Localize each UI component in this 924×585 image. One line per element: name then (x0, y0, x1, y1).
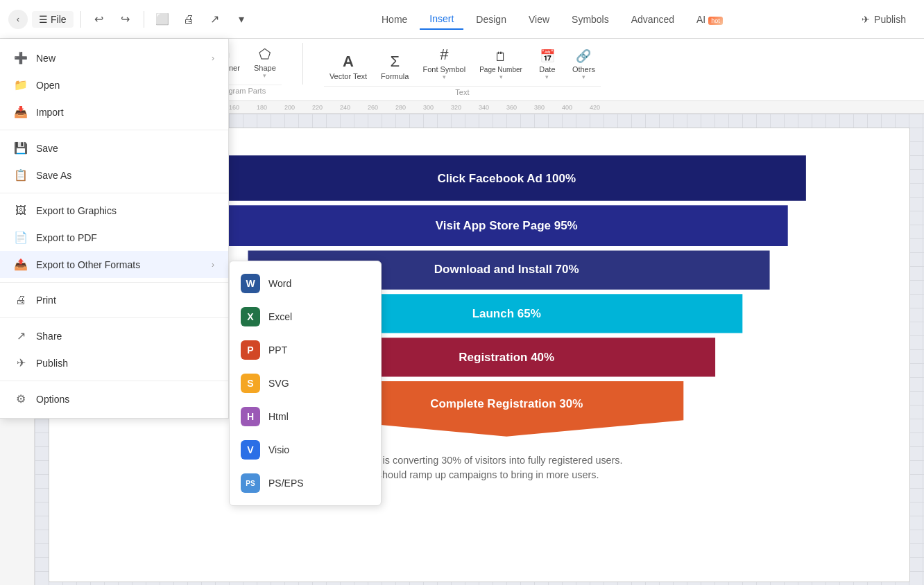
ai-hot-badge: hot (708, 17, 723, 25)
tab-home[interactable]: Home (372, 10, 417, 29)
formula-icon: Σ (390, 53, 400, 71)
tab-ai[interactable]: AI hot (687, 10, 733, 29)
ruler-num: 420 (590, 104, 617, 111)
others-dropdown-icon: ▾ (582, 73, 585, 80)
menu-sep-4 (0, 317, 228, 318)
menu-item-save[interactable]: 💾 Save (0, 134, 228, 161)
menu-item-export-other[interactable]: 📤 Export to Other Formats › (0, 251, 228, 278)
nav-tabs: Home Insert Design View Symbols Advanced… (258, 9, 847, 30)
excel-label: Excel (268, 311, 292, 322)
undo-button[interactable]: ↩ (88, 8, 110, 30)
menu-item-print[interactable]: 🖨 Print (0, 287, 228, 313)
ruler-num: 340 (479, 104, 506, 111)
open-icon: 📁 (14, 78, 28, 91)
redo-button[interactable]: ↪ (114, 8, 137, 30)
menu-item-new[interactable]: ➕ New › (0, 44, 228, 71)
excel-icon: X (241, 307, 260, 326)
submenu-visio[interactable]: V Visio (230, 433, 381, 466)
ppt-icon: P (241, 340, 260, 360)
word-icon: W (241, 274, 260, 293)
tab-advanced[interactable]: Advanced (622, 10, 684, 29)
file-menu-button[interactable]: ☰ File (32, 11, 74, 28)
ribbon-shape-button[interactable]: ⬠ Shape ▾ (248, 43, 282, 82)
print-label: Print (36, 295, 56, 306)
publish-label: Publish (874, 14, 906, 25)
ruler-num: 220 (312, 104, 340, 111)
menu-item-open[interactable]: 📁 Open (0, 71, 228, 98)
ribbon-others-button[interactable]: 🔗 Others ▾ (567, 46, 601, 83)
menu-item-options[interactable]: ⚙ Options (0, 385, 228, 412)
menu-item-export-graphics[interactable]: 🖼 Export to Graphics (0, 198, 228, 224)
menu-sep-5 (0, 381, 228, 381)
ribbon-group-text: A Vector Text Σ Formula # Font Symbol ▾ … (324, 43, 601, 96)
publish-button[interactable]: ✈ Publish (852, 10, 916, 29)
ruler-num: 320 (451, 104, 479, 111)
options-label: Options (36, 394, 69, 405)
funnel-label-1: Click Facebook Ad 100% (437, 172, 576, 185)
funnel-label-2: Visit App Store Page 95% (436, 219, 578, 232)
export-other-label: Export to Other Formats (36, 259, 140, 270)
ribbon-formula-button[interactable]: Σ Formula (375, 50, 414, 83)
ribbon-page-number-button[interactable]: 🗒 Page Number ▾ (474, 47, 528, 83)
submenu-pseps[interactable]: PS PS/EPS (230, 466, 381, 500)
word-label: Word (268, 278, 291, 289)
shape-label: Shape (254, 64, 276, 72)
hamburger-icon: ☰ (39, 14, 48, 25)
pseps-label: PS/EPS (268, 478, 304, 489)
ruler-num: 260 (368, 104, 395, 111)
file-label: File (51, 14, 67, 25)
export-other-icon: 📤 (14, 258, 28, 271)
ribbon-font-symbol-button[interactable]: # Font Symbol ▾ (417, 43, 471, 83)
menu-item-export-pdf[interactable]: 📄 Export to PDF (0, 224, 228, 251)
tab-symbols[interactable]: Symbols (562, 10, 619, 29)
shape-dropdown-icon: ▾ (263, 72, 266, 79)
submenu-excel[interactable]: X Excel (230, 300, 381, 333)
tab-insert[interactable]: Insert (420, 9, 463, 30)
dropdown-button[interactable]: ▾ (230, 8, 253, 30)
ruler-num: 380 (534, 104, 562, 111)
back-button[interactable]: ‹ (8, 10, 28, 29)
new-arrow-icon: › (212, 53, 214, 63)
export-graphics-label: Export to Graphics (36, 205, 117, 216)
export-graphics-icon: 🖼 (14, 204, 28, 217)
save-as-label: Save As (36, 170, 71, 181)
ruler-num: 300 (423, 104, 451, 111)
submenu-svg[interactable]: S SVG (230, 367, 381, 400)
ribbon-date-button[interactable]: 📅 Date ▾ (531, 46, 564, 83)
submenu-word[interactable]: W Word (230, 267, 381, 300)
top-bar: ‹ ☰ File ↩ ↪ ⬜ 🖨 ↗ ▾ Home Insert Design … (0, 0, 924, 39)
menu-item-publish[interactable]: ✈ Publish (0, 349, 228, 376)
date-dropdown-icon: ▾ (545, 73, 549, 80)
ruler-num: 280 (395, 104, 423, 111)
menu-item-save-as[interactable]: 📋 Save As (0, 161, 228, 189)
print-button[interactable]: 🖨 (178, 8, 200, 30)
share-export-button[interactable]: ↗ (204, 8, 226, 30)
date-label: Date (539, 65, 555, 73)
tab-view[interactable]: View (519, 10, 559, 29)
visio-icon: V (241, 440, 260, 460)
svg-icon: S (241, 374, 260, 393)
publish-label: Publish (36, 358, 68, 369)
menu-sep-3 (0, 282, 228, 283)
tab-design[interactable]: Design (466, 10, 516, 29)
ruler-num: 360 (506, 104, 534, 111)
save-label: Save (36, 143, 58, 154)
submenu-html[interactable]: H Html (230, 400, 381, 433)
ruler-num: 180 (257, 104, 284, 111)
menu-sep-1 (0, 130, 228, 130)
formula-label: Formula (381, 72, 409, 80)
save-as-icon: 📋 (14, 168, 28, 182)
funnel-label-6: Complete Registration 30% (430, 397, 583, 410)
funnel-label-5: Registration 40% (459, 351, 554, 364)
page-number-label: Page Number (479, 66, 522, 73)
menu-item-share[interactable]: ↗ Share (0, 322, 228, 349)
ruler-num: 200 (284, 104, 312, 111)
save-button[interactable]: ⬜ (151, 8, 173, 30)
funnel-caption-2: We should ramp up campaigns to bring in … (360, 469, 599, 480)
font-symbol-icon: # (440, 46, 448, 64)
ribbon-vector-text-button[interactable]: A Vector Text (324, 50, 373, 83)
submenu-ppt[interactable]: P PPT (230, 333, 381, 367)
ruler-num: 240 (340, 104, 368, 111)
new-icon: ➕ (14, 51, 28, 64)
menu-item-import[interactable]: 📥 Import (0, 98, 228, 125)
